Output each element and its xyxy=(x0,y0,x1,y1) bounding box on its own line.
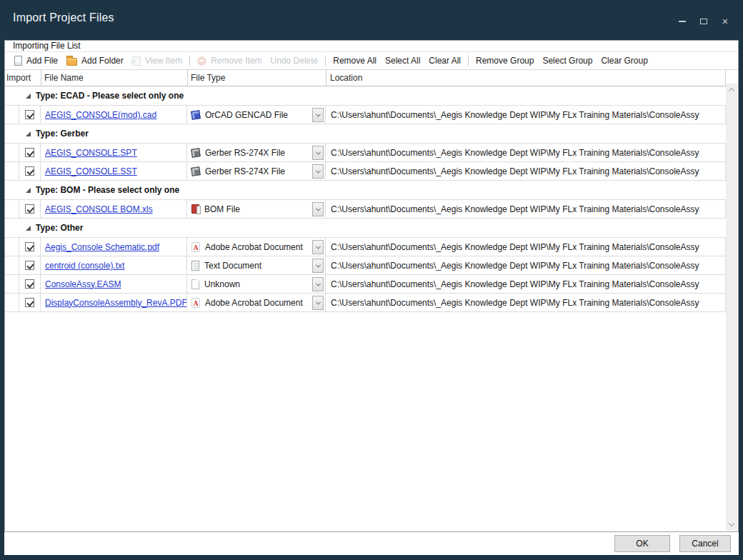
column-divider xyxy=(326,70,326,86)
file-name-cell: AEGIS_CONSOLE(mod).cad xyxy=(41,106,187,124)
column-header-import[interactable]: Import xyxy=(6,73,31,83)
import-project-files-dialog: Import Project Files × Importing File Li… xyxy=(0,0,743,560)
titlebar: Import Project Files × xyxy=(0,0,743,40)
chevron-down-icon xyxy=(315,244,320,249)
file-name-link[interactable]: ConsoleAssy.EASM xyxy=(45,279,121,289)
dialog-footer: OK Cancel xyxy=(4,532,739,555)
file-type-cell: Text Document xyxy=(187,256,326,274)
group-header-row[interactable]: Type: Other xyxy=(5,219,726,238)
file-type-dropdown-button[interactable] xyxy=(312,108,324,122)
chevron-down-icon xyxy=(315,299,320,304)
file-row: DisplayConsoleAssembly_RevA.PDF Adobe Ac… xyxy=(5,294,726,312)
file-type-dropdown-button[interactable] xyxy=(312,277,324,291)
column-header-file-type[interactable]: File Type xyxy=(191,73,225,83)
location-cell: C:\Users\ahunt\Documents\_Aegis Knowledg… xyxy=(326,294,726,311)
close-button[interactable]: × xyxy=(720,16,730,26)
row-indent xyxy=(5,144,19,161)
column-divider xyxy=(41,70,41,86)
import-checkbox[interactable] xyxy=(25,166,34,176)
import-checkbox[interactable] xyxy=(25,298,34,307)
unknown-file-icon xyxy=(191,279,199,289)
file-type-label: BOM File xyxy=(204,204,240,214)
row-indent xyxy=(5,200,19,218)
minimize-button[interactable] xyxy=(677,16,687,26)
import-checkbox[interactable] xyxy=(25,261,34,270)
column-header-file-name[interactable]: File Name xyxy=(44,73,84,83)
file-type-label: Adobe Acrobat Document xyxy=(205,298,303,308)
row-indent xyxy=(5,106,19,124)
group-header-row[interactable]: Type: ECAD - Please select only one xyxy=(5,86,726,106)
file-name-link[interactable]: DisplayConsoleAssembly_RevA.PDF xyxy=(45,298,187,308)
chevron-down-icon xyxy=(315,168,320,173)
file-type-cell: OrCAD GENCAD File xyxy=(187,106,326,124)
file-type-dropdown-button[interactable] xyxy=(312,202,324,216)
add-file-button[interactable]: Add File xyxy=(10,53,62,69)
minimize-icon xyxy=(679,21,686,22)
cancel-button[interactable]: Cancel xyxy=(679,535,731,552)
ok-button[interactable]: OK xyxy=(614,535,670,552)
group-header-row[interactable]: Type: BOM - Please select only one xyxy=(5,181,726,200)
file-name-link[interactable]: centroid (console).txt xyxy=(45,261,124,271)
import-cell xyxy=(19,144,41,161)
group-expander-icon[interactable] xyxy=(26,94,31,99)
file-type-label: Gerber RS-274X File xyxy=(205,148,285,158)
file-name-cell: AEGIS_CONSOLE.SST xyxy=(41,162,187,180)
group-header-row[interactable]: Type: Gerber xyxy=(5,124,726,144)
file-name-cell: AEGIS_CONSOLE.SPT xyxy=(41,144,187,161)
text-file-icon xyxy=(191,261,199,271)
add-folder-button[interactable]: Add Folder xyxy=(62,53,128,69)
file-type-dropdown-button[interactable] xyxy=(312,296,324,310)
chevron-down-icon xyxy=(315,111,320,116)
group-expander-icon[interactable] xyxy=(26,188,31,193)
file-name-link[interactable]: Aegis_Console Schematic.pdf xyxy=(45,242,159,252)
clear-group-button[interactable]: Clear Group xyxy=(597,53,652,69)
scroll-up-icon[interactable] xyxy=(729,88,734,94)
group-expander-icon[interactable] xyxy=(26,226,31,231)
clear-all-button[interactable]: Clear All xyxy=(424,53,465,69)
remove-group-button[interactable]: Remove Group xyxy=(472,53,538,69)
file-name-link[interactable]: AEGIS_CONSOLE(mod).cad xyxy=(45,110,156,120)
table-header: Import File Name File Type Location xyxy=(5,70,738,86)
file-name-cell: AEGIS_CONSOLE BOM.xls xyxy=(41,200,187,218)
import-checkbox[interactable] xyxy=(25,242,34,251)
undo-delete-button[interactable]: Undo Delete xyxy=(266,53,323,69)
file-row: AEGIS_CONSOLE(mod).cad OrCAD GENCAD File… xyxy=(5,106,726,124)
file-icon xyxy=(14,56,22,66)
location-cell: C:\Users\ahunt\Documents\_Aegis Knowledg… xyxy=(326,275,726,293)
vertical-scrollbar[interactable] xyxy=(726,84,737,531)
select-all-button[interactable]: Select All xyxy=(381,53,424,69)
remove-item-button[interactable]: Remove Item xyxy=(193,53,266,69)
import-checkbox[interactable] xyxy=(25,110,34,119)
import-checkbox[interactable] xyxy=(25,204,34,214)
file-type-dropdown-button[interactable] xyxy=(312,240,324,254)
file-type-dropdown-button[interactable] xyxy=(312,164,324,179)
row-indent xyxy=(5,238,19,256)
content-panel: Importing File List Add File Add Folder … xyxy=(4,40,739,532)
file-type-cell: Adobe Acrobat Document xyxy=(187,238,326,256)
import-cell xyxy=(19,275,41,293)
scroll-down-icon[interactable] xyxy=(729,521,734,526)
import-checkbox[interactable] xyxy=(25,148,34,157)
select-group-button[interactable]: Select Group xyxy=(538,53,597,69)
close-icon: × xyxy=(722,16,729,26)
file-name-link[interactable]: AEGIS_CONSOLE BOM.xls xyxy=(45,204,153,214)
file-name-link[interactable]: AEGIS_CONSOLE.SPT xyxy=(45,148,137,158)
bom-file-icon xyxy=(191,204,199,214)
location-cell: C:\Users\ahunt\Documents\_Aegis Knowledg… xyxy=(326,256,726,274)
location-cell: C:\Users\ahunt\Documents\_Aegis Knowledg… xyxy=(326,162,726,180)
group-expander-icon[interactable] xyxy=(26,131,31,136)
file-type-dropdown-button[interactable] xyxy=(312,146,324,160)
maximize-button[interactable] xyxy=(699,16,709,26)
column-header-location[interactable]: Location xyxy=(330,73,362,83)
view-item-button[interactable]: View Item xyxy=(128,53,186,69)
file-name-cell: Aegis_Console Schematic.pdf xyxy=(41,238,187,256)
toolbar-separator xyxy=(189,55,190,66)
location-cell: C:\Users\ahunt\Documents\_Aegis Knowledg… xyxy=(326,144,726,161)
remove-all-button[interactable]: Remove All xyxy=(329,53,381,69)
chevron-down-icon xyxy=(315,262,320,267)
import-checkbox[interactable] xyxy=(25,279,34,289)
group-label: Type: Gerber xyxy=(36,129,89,139)
file-row: Aegis_Console Schematic.pdf Adobe Acroba… xyxy=(5,238,726,256)
file-name-link[interactable]: AEGIS_CONSOLE.SST xyxy=(45,166,137,176)
file-type-dropdown-button[interactable] xyxy=(312,259,324,273)
